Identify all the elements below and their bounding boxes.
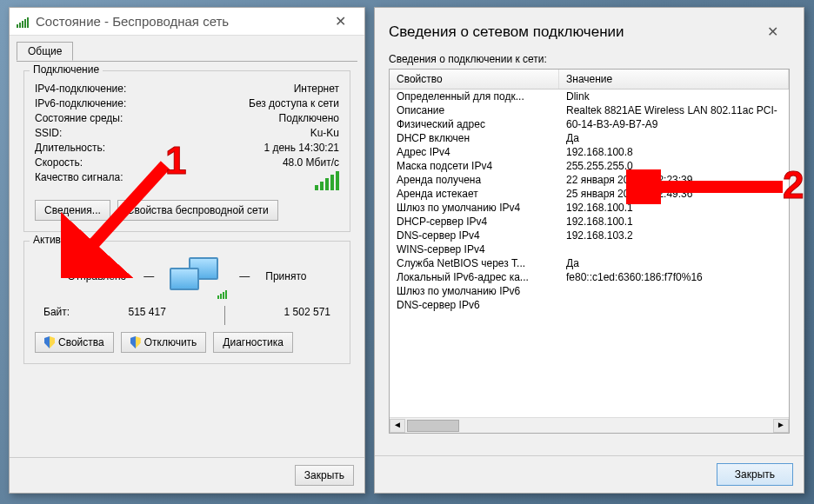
signal-icon	[17, 16, 30, 28]
grid-cell-value: Да	[559, 132, 789, 144]
grid-cell-value: Realtek 8821AE Wireless LAN 802.11ac PCI…	[559, 104, 789, 116]
grid-cell-property: DHCP включен	[390, 132, 559, 144]
recv-label: Принято	[265, 270, 306, 282]
grid-cell-property: Описание	[390, 104, 559, 116]
grid-cell-property: Адрес IPv4	[390, 146, 559, 158]
grid-row[interactable]: Определенный для подк...Dlink	[390, 90, 789, 103]
grid-cell-property: DHCP-сервер IPv4	[390, 216, 559, 228]
grid-cell-property: Маска подсети IPv4	[390, 160, 559, 172]
group-title-connection: Подключение	[30, 63, 103, 76]
duration-label: Длительность:	[35, 142, 105, 154]
shield-icon	[130, 336, 141, 348]
sent-label: Отправлено	[68, 270, 127, 282]
grid-row[interactable]: Локальный IPv6-адрес ка...fe80::c1ed:636…	[390, 270, 789, 284]
properties-button[interactable]: Свойства	[35, 332, 114, 353]
details-grid: Свойство Значение Определенный для подк.…	[389, 69, 790, 434]
grid-row[interactable]: Аренда получена22 января 2019 г. 22:23:3…	[390, 173, 789, 187]
grid-row[interactable]: Адрес IPv4192.168.100.8	[390, 145, 789, 159]
grid-row[interactable]: DNS-сервер IPv4192.168.103.2	[390, 229, 789, 242]
scroll-right-arrow-icon[interactable]: ►	[773, 419, 789, 433]
grid-cell-value: 192.168.100.1	[559, 216, 789, 228]
ipv4-value: Интернет	[294, 83, 339, 95]
tab-general[interactable]: Общие	[17, 42, 73, 61]
grid-row[interactable]: DNS-сервер IPv6	[390, 298, 789, 312]
divider-icon	[224, 306, 225, 325]
grid-row[interactable]: Шлюз по умолчанию IPv4192.168.100.1	[390, 201, 789, 215]
grid-cell-value	[559, 285, 789, 297]
grid-cell-value	[559, 243, 789, 255]
details-window: Сведения о сетевом подключении ✕ Сведени…	[374, 7, 804, 494]
grid-cell-property: Шлюз по умолчанию IPv6	[390, 285, 559, 297]
disable-button[interactable]: Отключить	[121, 332, 207, 353]
grid-cell-value: 192.168.100.8	[559, 146, 789, 158]
activity-group: Активность Отправлено — — Принято Байт: …	[23, 241, 350, 364]
wireless-properties-button[interactable]: Свойства беспроводной сети	[117, 200, 278, 221]
grid-cell-value	[559, 299, 789, 311]
grid-cell-value: Да	[559, 257, 789, 269]
grid-row[interactable]: Маска подсети IPv4255.255.255.0	[390, 159, 789, 173]
grid-cell-property: Определенный для подк...	[390, 90, 559, 103]
duration-value: 1 день 14:30:21	[264, 142, 339, 154]
network-monitors-icon	[170, 255, 222, 297]
media-value: Подключено	[279, 112, 339, 124]
grid-cell-value: 25 января 2019 г. 12:49:36	[559, 188, 789, 200]
close-button[interactable]: Закрыть	[295, 465, 354, 486]
grid-cell-property: DNS-сервер IPv4	[390, 229, 559, 242]
grid-cell-value: 255.255.255.0	[559, 160, 789, 172]
scroll-left-arrow-icon[interactable]: ◄	[390, 419, 405, 433]
grid-row[interactable]: ОписаниеRealtek 8821AE Wireless LAN 802.…	[390, 103, 789, 117]
speed-value: 48.0 Мбит/с	[283, 156, 339, 169]
title-bar[interactable]: Состояние - Беспроводная сеть ✕	[10, 8, 364, 36]
grid-row[interactable]: WINS-сервер IPv4	[390, 242, 789, 256]
grid-cell-value: 22 января 2019 г. 22:23:39	[559, 174, 789, 186]
details-title-bar[interactable]: Сведения о сетевом подключении ✕	[375, 8, 804, 53]
grid-cell-property: Аренда получена	[390, 174, 559, 186]
grid-row[interactable]: DHCP-сервер IPv4192.168.100.1	[390, 215, 789, 229]
grid-body[interactable]: Определенный для подк...DlinkОписаниеRea…	[390, 90, 789, 414]
close-icon[interactable]: ✕	[323, 10, 357, 34]
details-footer: Закрыть	[375, 455, 804, 493]
window-title: Состояние - Беспроводная сеть	[36, 14, 323, 29]
grid-header: Свойство Значение	[390, 70, 789, 90]
status-window: Состояние - Беспроводная сеть ✕ Общие По…	[9, 7, 365, 494]
grid-row[interactable]: Шлюз по умолчанию IPv6	[390, 284, 789, 298]
bytes-label: Байт:	[43, 306, 70, 325]
grid-row[interactable]: Физический адрес60-14-B3-A9-B7-A9	[390, 117, 789, 131]
grid-cell-value: fe80::c1ed:6360:186:f7f0%16	[559, 271, 789, 283]
bytes-sent: 515 417	[128, 306, 165, 325]
ipv6-label: IPv6-подключение:	[35, 97, 126, 109]
col-property[interactable]: Свойство	[390, 70, 559, 89]
diagnose-button[interactable]: Диагностика	[213, 332, 293, 353]
horizontal-scrollbar[interactable]: ◄ ►	[390, 417, 789, 433]
signal-quality-icon	[315, 171, 339, 190]
grid-cell-property: Физический адрес	[390, 118, 559, 130]
grid-cell-property: WINS-сервер IPv4	[390, 243, 559, 255]
scroll-thumb[interactable]	[407, 420, 459, 432]
ipv6-value: Без доступа к сети	[249, 97, 339, 109]
details-button[interactable]: Сведения...	[35, 200, 110, 221]
col-value[interactable]: Значение	[559, 70, 789, 89]
grid-cell-property: Аренда истекает	[390, 188, 559, 200]
grid-row[interactable]: DHCP включенДа	[390, 131, 789, 145]
grid-cell-property: Служба NetBIOS через T...	[390, 257, 559, 269]
close-icon[interactable]: ✕	[755, 20, 790, 44]
speed-label: Скорость:	[35, 156, 83, 169]
grid-cell-value: 192.168.100.1	[559, 202, 789, 214]
grid-cell-property: Локальный IPv6-адрес ка...	[390, 271, 559, 283]
ssid-label: SSID:	[35, 127, 62, 139]
shield-icon	[44, 336, 55, 348]
grid-row[interactable]: Аренда истекает25 января 2019 г. 12:49:3…	[390, 187, 789, 201]
tabs: Общие	[17, 41, 357, 62]
details-subtitle: Сведения о подключении к сети:	[375, 53, 804, 69]
quality-label: Качество сигнала:	[35, 171, 123, 193]
status-footer: Закрыть	[10, 457, 364, 493]
ipv4-label: IPv4-подключение:	[35, 83, 126, 95]
grid-cell-value: Dlink	[559, 90, 789, 103]
grid-row[interactable]: Служба NetBIOS через T...Да	[390, 256, 789, 270]
group-title-activity: Активность	[30, 234, 91, 246]
grid-cell-value: 192.168.103.2	[559, 229, 789, 242]
close-button[interactable]: Закрыть	[717, 463, 793, 486]
details-window-title: Сведения о сетевом подключении	[389, 23, 755, 41]
ssid-value: Ku-Ku	[310, 127, 339, 139]
connection-group: Подключение IPv4-подключение:Интернет IP…	[23, 70, 350, 232]
